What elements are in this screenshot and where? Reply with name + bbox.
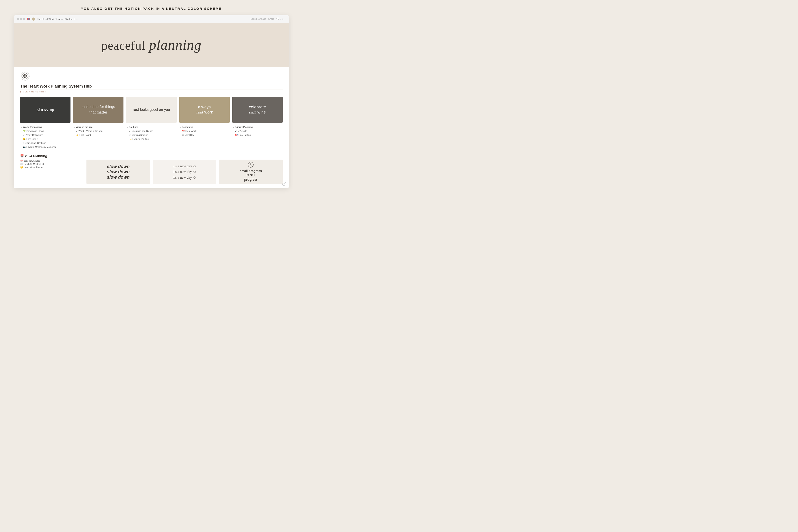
heart-work-icon: 💛 — [20, 166, 23, 169]
list-item-word-verse[interactable]: ✓ Word + Verse of the Year — [74, 129, 123, 133]
list-item-ideal-day[interactable]: ☀ Ideal Day — [180, 133, 229, 137]
card-schedules-header: ▼ Schedules — [180, 126, 229, 128]
word-verse-text: Word + Verse of the Year — [78, 130, 103, 133]
card-rest[interactable]: rest looks good on you ▼ Routines ✓ Recu… — [126, 97, 176, 151]
morning-text: Morning Routine — [132, 134, 148, 137]
list-item-goal-setting[interactable]: 🎯 Goal Setting — [233, 133, 282, 137]
card-always-work[interactable]: alwaysheart work ▼ Schedules 📅 Ideal Wee… — [179, 97, 230, 151]
list-item-yearly-reflections[interactable]: ↩ Yearly Reflections — [21, 133, 70, 137]
master-list-text: Catch All Master List — [24, 163, 44, 165]
card-priority-header: ▼ Priority Planning — [233, 126, 282, 128]
click-here-bar[interactable]: ▶ CLICK HERE FIRST — [20, 90, 283, 94]
triangle-icon-4: ▼ — [180, 126, 181, 128]
browser-bar-right: Edited 19m ago Share 💬 ○ ☆ ··· — [251, 18, 286, 20]
svg-point-5 — [21, 72, 25, 76]
browser-bar-left: 🌐 The Heart Work Planning System H... — [17, 18, 78, 21]
svg-point-7 — [25, 72, 29, 76]
list-item-evening-routine[interactable]: 🌙 Evening Routine — [127, 137, 176, 141]
list-item-rate-it[interactable]: 😊 Let's Rate It — [21, 137, 70, 141]
planning-header: 📅 2024 Planning — [20, 154, 283, 158]
goal-setting-text: Goal Setting — [239, 134, 251, 137]
word-year-label: Word of the Year — [76, 126, 93, 128]
card-word-year-header: ▼ Word of the Year — [74, 126, 123, 128]
planning-title: 2024 Planning — [25, 154, 47, 158]
card-show-up-image: show up — [20, 97, 71, 123]
card-show-up[interactable]: show up ▼ Yearly Reflections 🌱 Grows and… — [20, 97, 71, 151]
planning-card-new-day[interactable]: it's a new day ☺it's a new day ☺it's a n… — [153, 159, 216, 184]
525-rule-text: 5/25 Rule — [238, 130, 247, 133]
card-celebrate-text: celebratesmall wins — [249, 104, 266, 115]
hero-banner: peaceful planning — [14, 23, 289, 67]
recurring-text: Recurring at a Glance — [131, 130, 153, 133]
small-progress-script: progress — [244, 177, 258, 182]
card-make-time-list: ▼ Word of the Year ✓ Word + Verse of the… — [73, 125, 124, 138]
ideal-week-icon: 📅 — [182, 130, 185, 133]
share-label[interactable]: Share — [268, 18, 274, 20]
word-verse-icon: ✓ — [76, 130, 78, 133]
planning-grid: 📅 Year at A Glance ⬜ Catch All Master Li… — [20, 159, 283, 184]
content-area: The Heart Work Planning System Hub ▶ CLI… — [14, 67, 289, 188]
planning-section: 📅 2024 Planning 📅 Year at A Glance ⬜ Cat… — [20, 154, 283, 184]
edited-label: Edited 19m ago — [251, 18, 266, 20]
planning-item-master-list[interactable]: ⬜ Catch All Master List — [20, 163, 84, 165]
card-show-up-script: up — [50, 108, 54, 112]
hub-title: The Heart Work Planning System Hub — [20, 84, 283, 89]
click-here-label: CLICK HERE FIRST — [23, 91, 46, 93]
page-heading: YOU ALSO GET THE NOTION PACK IN A NEUTRA… — [81, 7, 222, 11]
card-show-up-text: show up — [37, 107, 54, 113]
browser-dots — [17, 18, 25, 20]
card-always-text: alwaysheart work — [196, 104, 213, 115]
rate-it-text: Let's Rate It — [26, 138, 38, 141]
card-make-time-image: make time for thingsthat matter — [73, 97, 124, 123]
card-routines-header: ▼ Routines — [127, 126, 176, 128]
card-make-time-text: make time for thingsthat matter — [82, 104, 115, 115]
scroll-hint — [17, 177, 17, 186]
start-stop-icon: ✏ — [23, 141, 25, 145]
start-stop-text: Start, Stop, Continue — [25, 141, 46, 145]
year-glance-text: Year at A Glance — [24, 159, 40, 162]
browser-tab-icon — [32, 18, 35, 21]
hero-title: peaceful planning — [101, 37, 202, 53]
list-item-faith-board[interactable]: 🙏 Faith Board — [74, 133, 123, 137]
planning-item-heart-work[interactable]: 💛 Heart Work Planner — [20, 166, 84, 169]
browser-tab-title: The Heart Work Planning System H... — [37, 18, 78, 20]
card-make-time[interactable]: make time for thingsthat matter ▼ Word o… — [73, 97, 124, 151]
card-always-work-image: alwaysheart work — [179, 97, 230, 123]
card-show-up-list: ▼ Yearly Reflections 🌱 Grows and Glows ↩… — [20, 125, 71, 151]
list-item-grows-glows[interactable]: 🌱 Grows and Glows — [21, 129, 70, 133]
ideal-day-text: Ideal Day — [185, 134, 194, 137]
calendar-icon: 📅 — [20, 154, 24, 158]
card-make-time-script: matter — [97, 110, 107, 114]
list-item-start-stop[interactable]: ✏ Start, Stop, Continue — [21, 141, 70, 145]
card-yearly-reflections-header: ▼ Yearly Reflections — [21, 126, 70, 128]
list-item-ideal-week[interactable]: 📅 Ideal Week — [180, 129, 229, 133]
list-item-525-rule[interactable]: ✓ 5/25 Rule — [233, 129, 282, 133]
year-glance-icon: 📅 — [20, 159, 23, 162]
list-item-memories[interactable]: 📷 Favorite Memories / Moments — [21, 145, 70, 149]
svg-point-6 — [25, 76, 29, 80]
svg-line-11 — [251, 165, 252, 165]
goal-setting-icon: 🎯 — [235, 134, 238, 137]
rate-it-icon: 😊 — [23, 138, 25, 141]
planning-card-small-progress[interactable]: small progress is still progress — [219, 159, 283, 184]
browser-icons: 💬 ○ ☆ ··· — [277, 18, 286, 20]
card-rest-image: rest looks good on you — [126, 97, 176, 123]
card-celebrate-list: ▼ Priority Planning ✓ 5/25 Rule 🎯 Goal S… — [232, 125, 283, 138]
planning-card-slow-down[interactable]: slow downslow downslow down — [87, 159, 150, 184]
list-item-recurring[interactable]: ✓ Recurring at a Glance — [127, 129, 176, 133]
card-celebrate[interactable]: celebratesmall wins ▼ Priority Planning … — [232, 97, 283, 151]
help-button[interactable]: ? — [282, 182, 286, 186]
browser-dot-2 — [20, 18, 22, 20]
evening-text: Evening Routine — [132, 138, 149, 141]
card-grid: show up ▼ Yearly Reflections 🌱 Grows and… — [20, 97, 283, 151]
list-item-morning-routine[interactable]: ☀ Morning Routine — [127, 133, 176, 137]
faith-board-icon: 🙏 — [76, 134, 78, 137]
master-list-icon: ⬜ — [20, 163, 23, 165]
small-progress-still: is still — [247, 173, 255, 177]
triangle-icon-2: ▼ — [74, 126, 75, 128]
grows-glows-text: Grows and Glows — [26, 130, 44, 133]
faith-board-text: Faith Board — [79, 134, 91, 137]
planning-item-year-glance[interactable]: 📅 Year at A Glance — [20, 159, 84, 162]
hero-script: planning — [149, 37, 202, 53]
small-progress-content: small progress is still progress — [240, 162, 262, 182]
